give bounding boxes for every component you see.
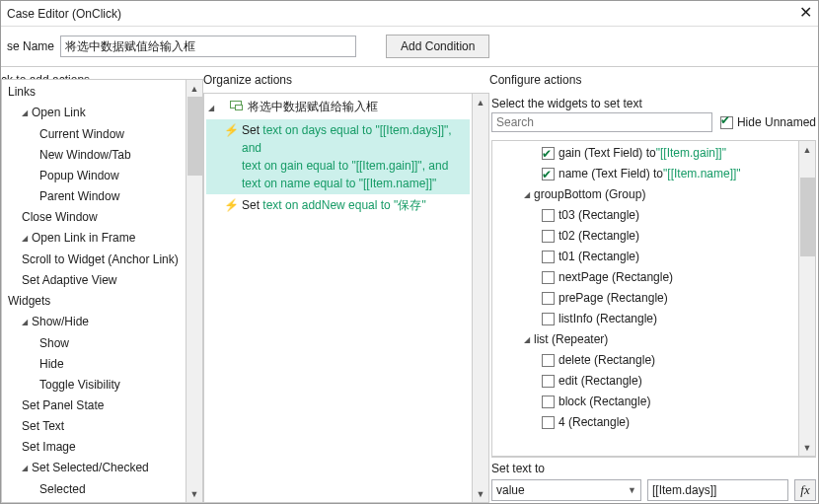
- case-editor-dialog: Case Editor (OnClick) ✕ se Name Add Cond…: [0, 0, 819, 504]
- organize-list[interactable]: ◢将选中数据赋值给输入框⚡Set text on days equal to "…: [204, 94, 472, 502]
- configure-panel: Configure actions Select the widgets to …: [489, 66, 818, 503]
- tree-item[interactable]: Toggle Visibility: [4, 375, 184, 396]
- action-item[interactable]: ⚡Set text on addNew equal to "保存": [206, 194, 470, 216]
- widget-row[interactable]: nextPage (Rectangle): [494, 267, 796, 288]
- scroll-down-icon[interactable]: ▼: [799, 439, 815, 456]
- tree-item[interactable]: Current Window: [4, 124, 184, 145]
- widget-checkbox[interactable]: [542, 416, 555, 429]
- widget-row[interactable]: listInfo (Rectangle): [494, 309, 796, 329]
- widget-checkbox[interactable]: [542, 313, 555, 325]
- widget-checkbox[interactable]: [542, 396, 555, 408]
- search-input[interactable]: [491, 112, 712, 132]
- widget-checkbox[interactable]: [542, 354, 555, 367]
- tree-item[interactable]: Open Link in Frame: [4, 228, 184, 250]
- widget-row[interactable]: block (Rectangle): [494, 392, 796, 412]
- tree-item[interactable]: Parent Window: [4, 186, 184, 207]
- widget-row[interactable]: delete (Rectangle): [494, 350, 796, 371]
- case-header[interactable]: ◢将选中数据赋值给输入框: [206, 96, 470, 119]
- scroll-down-icon[interactable]: ▼: [186, 485, 202, 502]
- scroll-up-icon[interactable]: ▲: [186, 80, 202, 97]
- set-text-to-label: Set text to: [491, 462, 816, 475]
- hide-unnamed-toggle[interactable]: Hide Unnamed: [720, 115, 816, 129]
- close-icon[interactable]: ✕: [799, 3, 812, 22]
- bolt-icon: ⚡: [224, 121, 238, 139]
- bolt-icon: ⚡: [224, 196, 238, 214]
- widget-row[interactable]: name (Text Field) to "[[Item.name]]": [494, 164, 796, 184]
- widget-row[interactable]: 4 (Rectangle): [494, 412, 796, 433]
- select-widgets-label: Select the widgets to set text: [491, 95, 816, 112]
- tree-item[interactable]: Hide: [4, 354, 184, 375]
- hide-unnamed-checkbox[interactable]: [720, 116, 733, 129]
- scrollbar[interactable]: ▲ ▼: [472, 94, 488, 502]
- organize-panel: Organize actions ◢将选中数据赋值给输入框⚡Set text o…: [203, 66, 489, 503]
- tree-item[interactable]: Popup Window: [4, 166, 184, 186]
- configure-heading: Configure actions: [489, 67, 818, 93]
- widget-checkbox[interactable]: [542, 209, 555, 222]
- action-item[interactable]: ⚡Set text on days equal to "[[Item.days]…: [206, 119, 470, 194]
- widget-tree[interactable]: gain (Text Field) to "[[Item.gain]]"name…: [492, 141, 798, 456]
- actions-panel: ck to add actions LinksOpen LinkCurrent …: [1, 66, 203, 503]
- tree-item[interactable]: Close Window: [4, 207, 184, 228]
- scrollbar[interactable]: ▲ ▼: [798, 141, 815, 456]
- tree-item[interactable]: Set Adaptive View: [4, 270, 184, 291]
- widget-row[interactable]: t01 (Rectangle): [494, 247, 796, 267]
- case-name-label: se Name: [7, 39, 54, 53]
- widget-checkbox[interactable]: [542, 168, 555, 180]
- widget-checkbox[interactable]: [542, 147, 555, 160]
- widget-checkbox[interactable]: [542, 230, 555, 243]
- actions-tree[interactable]: LinksOpen LinkCurrent WindowNew Window/T…: [2, 80, 186, 502]
- scroll-thumb[interactable]: [187, 97, 202, 176]
- widget-checkbox[interactable]: [542, 271, 555, 284]
- organize-heading: Organize actions: [203, 67, 489, 93]
- value-type-select[interactable]: value ▼: [491, 479, 641, 501]
- widget-row[interactable]: gain (Text Field) to "[[Item.gain]]": [494, 143, 796, 164]
- tree-item[interactable]: Selected: [4, 479, 184, 500]
- actions-heading: ck to add actions: [1, 67, 203, 79]
- tree-item[interactable]: Show: [4, 333, 184, 354]
- tree-item[interactable]: Set Selected/Checked: [4, 458, 184, 479]
- widget-checkbox[interactable]: [542, 292, 555, 305]
- tree-item[interactable]: Set Text: [4, 416, 184, 437]
- chevron-down-icon: ▼: [628, 485, 636, 495]
- case-name-row: se Name Add Condition: [1, 27, 818, 66]
- widget-row[interactable]: edit (Rectangle): [494, 371, 796, 392]
- scroll-up-icon[interactable]: ▲: [473, 94, 488, 110]
- value-input[interactable]: [[Item.days]]: [647, 479, 788, 501]
- scroll-up-icon[interactable]: ▲: [799, 141, 815, 158]
- widget-checkbox[interactable]: [542, 375, 555, 388]
- widget-group[interactable]: ◢groupBottom (Group): [494, 184, 796, 205]
- tree-item[interactable]: Links: [4, 82, 184, 103]
- tree-item[interactable]: New Window/Tab: [4, 145, 184, 166]
- tree-item[interactable]: Set Image: [4, 437, 184, 458]
- widget-row[interactable]: t02 (Rectangle): [494, 226, 796, 247]
- widget-row[interactable]: t03 (Rectangle): [494, 205, 796, 226]
- add-condition-button[interactable]: Add Condition: [386, 35, 489, 58]
- scroll-thumb[interactable]: [800, 178, 815, 256]
- tree-item[interactable]: Set Panel State: [4, 396, 184, 416]
- title-bar: Case Editor (OnClick) ✕: [1, 1, 818, 27]
- tree-item[interactable]: Open Link: [4, 103, 184, 124]
- scroll-down-icon[interactable]: ▼: [473, 485, 488, 502]
- tree-item[interactable]: Show/Hide: [4, 312, 184, 333]
- fx-button[interactable]: fx: [794, 479, 816, 501]
- case-icon: [230, 101, 244, 110]
- case-name-input[interactable]: [60, 36, 356, 57]
- tree-item[interactable]: Scroll to Widget (Anchor Link): [4, 250, 184, 270]
- widget-group[interactable]: ◢list (Repeater): [494, 329, 796, 350]
- window-title: Case Editor (OnClick): [7, 7, 121, 21]
- scrollbar[interactable]: ▲ ▼: [186, 80, 202, 502]
- tree-item[interactable]: Widgets: [4, 291, 184, 312]
- widget-row[interactable]: prePage (Rectangle): [494, 288, 796, 309]
- widget-checkbox[interactable]: [542, 251, 555, 263]
